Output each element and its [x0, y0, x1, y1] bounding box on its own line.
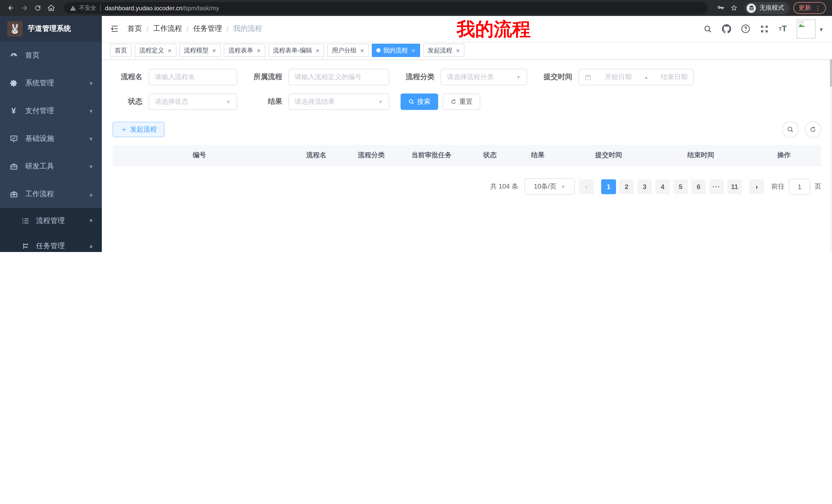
tab-我的流程[interactable]: 我的流程× — [372, 44, 420, 57]
browser-menu-icon[interactable]: ⋮ — [814, 5, 821, 10]
pager-page-3[interactable]: 3 — [637, 179, 652, 194]
pager-page-11[interactable]: 11 — [727, 179, 742, 194]
tab-close-icon[interactable]: × — [212, 47, 216, 54]
breadcrumb-separator: / — [147, 25, 149, 33]
browser-back-button[interactable] — [4, 1, 18, 15]
process-definition-input[interactable]: 请输入流程定义的编号 — [288, 69, 389, 85]
browser-reload-button[interactable] — [31, 1, 44, 15]
help-icon[interactable] — [741, 24, 750, 33]
result-label: 结果 — [249, 97, 288, 106]
sidebar: 🐰 芋道管理系统 首页 系统管理 ▼ ¥ 支付管理 ▼ 基础设施 ▼ — [0, 16, 102, 252]
content: 流程名 请输入流程名 所属流程 请输入流程定义的编号 流程分类 请选择流程分类▼… — [102, 60, 832, 252]
toolbox-icon — [9, 162, 18, 171]
col-end-time: 结束时间 — [655, 145, 747, 166]
tab-首页[interactable]: 首页 — [110, 44, 132, 57]
chevron-down-icon: ▼ — [88, 80, 94, 86]
fullscreen-icon[interactable] — [760, 24, 769, 33]
pager-more-button[interactable]: ··· — [709, 179, 724, 194]
process-name-input[interactable]: 请输入流程名 — [149, 69, 237, 85]
chevron-down-icon: ▼ — [88, 218, 94, 223]
tab-用户分组[interactable]: 用户分组× — [327, 44, 369, 57]
tags-view: 首页流程定义×流程模型×流程表单×流程表单-编辑×用户分组×我的流程×发起流程× — [102, 41, 832, 60]
sidebar-item-payment[interactable]: ¥ 支付管理 ▼ — [0, 97, 102, 125]
pager-page-6[interactable]: 6 — [691, 179, 706, 194]
breadcrumb-home[interactable]: 首页 — [128, 24, 142, 33]
caret-down-icon: ▼ — [818, 26, 824, 32]
process-category-select[interactable]: 请选择流程分类▼ — [441, 69, 527, 85]
sidebar-item-infrastructure[interactable]: 基础设施 ▼ — [0, 125, 102, 152]
address-bar[interactable]: 不安全 dashboard.yudao.iocoder.cn/bpm/task/… — [64, 2, 707, 14]
navbar: 首页 / 工作流程 / 任务管理 / 我的流程 我的流程 TT — [102, 16, 832, 41]
sidebar-item-task-management[interactable]: 任务管理 ▲ — [0, 233, 102, 252]
app-logo-image: 🐰 — [7, 21, 23, 36]
status-select[interactable]: 请选择状态▼ — [149, 93, 237, 110]
sidebar-item-home[interactable]: 首页 — [0, 41, 102, 69]
browser-forward-button[interactable] — [18, 1, 31, 15]
sidebar-item-workflow[interactable]: 工作流程 ▲ — [0, 180, 102, 208]
sidebar-toggle-button[interactable] — [110, 24, 120, 34]
search-icon — [408, 99, 414, 105]
pager-page-5[interactable]: 5 — [673, 179, 688, 194]
chevron-down-icon: ▼ — [516, 74, 521, 80]
col-process-name: 流程名 — [286, 145, 346, 166]
breadcrumb-workflow[interactable]: 工作流程 — [153, 24, 182, 33]
range-separator: - — [645, 73, 647, 81]
col-category: 流程分类 — [346, 145, 396, 166]
password-key-icon[interactable] — [714, 1, 727, 15]
breadcrumb: 首页 / 工作流程 / 任务管理 / 我的流程 — [128, 24, 262, 33]
address-divider — [100, 4, 101, 11]
col-status: 状态 — [467, 145, 513, 166]
page-size-select[interactable]: 10条/页▼ — [524, 178, 575, 195]
tab-close-icon[interactable]: × — [167, 47, 172, 54]
sidebar-item-process-management[interactable]: 流程管理 ▼ — [0, 208, 102, 233]
tab-label: 流程表单 — [228, 44, 253, 57]
app-title: 芋道管理系统 — [28, 24, 71, 33]
pager-page-2[interactable]: 2 — [619, 179, 634, 194]
github-icon[interactable] — [722, 24, 731, 33]
create-process-button[interactable]: ＋ 发起流程 — [113, 122, 164, 137]
reset-button[interactable]: 重置 — [443, 93, 480, 110]
breadcrumb-task-management[interactable]: 任务管理 — [193, 24, 222, 33]
result-select[interactable]: 请选择流结果▼ — [288, 93, 389, 110]
browser-home-button[interactable] — [44, 1, 58, 15]
browser-update-button[interactable]: 更新 ⋮ — [794, 2, 826, 14]
tab-流程模型[interactable]: 流程模型× — [179, 44, 220, 57]
tab-close-icon[interactable]: × — [360, 47, 364, 54]
next-page-button[interactable]: › — [749, 179, 764, 194]
tab-流程表单-编辑[interactable]: 流程表单-编辑× — [268, 44, 324, 57]
tab-label: 流程表单-编辑 — [273, 44, 312, 57]
refresh-table-button[interactable] — [805, 121, 821, 138]
tab-label: 流程定义 — [139, 44, 164, 57]
bookmark-star-icon[interactable] — [727, 1, 740, 15]
tab-close-icon[interactable]: × — [411, 47, 415, 54]
font-size-icon[interactable]: TT — [779, 24, 787, 33]
status-label: 状态 — [113, 97, 149, 106]
avatar[interactable] — [797, 19, 815, 38]
prev-page-button[interactable]: ‹ — [579, 179, 594, 194]
tab-close-icon[interactable]: × — [456, 47, 460, 54]
tab-流程表单[interactable]: 流程表单× — [224, 44, 265, 57]
goto-page-input[interactable]: 1 — [789, 178, 810, 194]
search-button[interactable]: 搜索 — [400, 93, 438, 110]
sidebar-item-devtools[interactable]: 研发工具 ▼ — [0, 152, 102, 180]
pager-page-1[interactable]: 1 — [601, 179, 616, 194]
process-category-label: 流程分类 — [400, 73, 441, 82]
list-tree-icon — [21, 216, 30, 225]
pager-page-4[interactable]: 4 — [655, 179, 670, 194]
tab-close-icon[interactable]: × — [316, 47, 319, 54]
incognito-badge: 无痕模式 — [745, 2, 789, 14]
col-submit-time: 提交时间 — [563, 145, 655, 166]
url-text: dashboard.yudao.iocoder.cn/bpm/task/my — [105, 4, 219, 11]
tab-流程定义[interactable]: 流程定义× — [135, 44, 176, 57]
submit-time-range-picker[interactable]: 开始日期 - 结束日期 — [578, 69, 694, 85]
security-warning[interactable]: 不安全 — [70, 4, 96, 12]
tab-close-icon[interactable]: × — [257, 47, 260, 54]
search-icon[interactable] — [703, 24, 712, 33]
goto-page-suffix: 页 — [814, 182, 821, 191]
tab-label: 用户分组 — [332, 44, 357, 57]
app-logo[interactable]: 🐰 芋道管理系统 — [0, 16, 102, 41]
user-avatar-menu[interactable]: ▼ — [797, 19, 824, 38]
tab-发起流程[interactable]: 发起流程× — [423, 44, 464, 57]
sidebar-item-system[interactable]: 系统管理 ▼ — [0, 69, 102, 97]
show-search-toggle-button[interactable] — [782, 121, 799, 138]
